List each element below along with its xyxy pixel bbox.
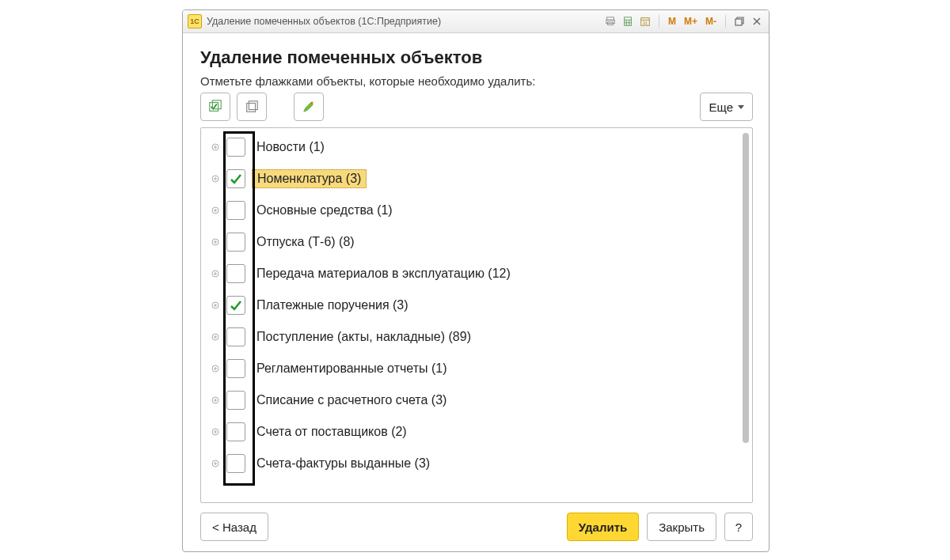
item-checkbox[interactable] (226, 422, 245, 441)
item-label: Основные средства (1) (252, 202, 397, 219)
scroll-thumb[interactable] (743, 133, 749, 443)
item-checkbox[interactable] (226, 454, 245, 473)
calculator-icon[interactable] (621, 14, 635, 28)
expand-icon[interactable] (211, 332, 220, 342)
back-button[interactable]: < Назад (200, 513, 268, 541)
svg-rect-3 (625, 17, 632, 26)
memory-mplus-button[interactable]: M+ (682, 14, 700, 28)
chevron-down-icon (738, 105, 744, 109)
scrollbar[interactable] (743, 133, 749, 498)
item-checkbox[interactable] (226, 233, 245, 252)
expand-icon[interactable] (211, 395, 220, 405)
svg-rect-11 (735, 19, 742, 25)
more-button-label: Еще (709, 100, 733, 114)
uncheck-all-button[interactable] (237, 93, 267, 121)
titlebar: 1C Удаление помеченных объектов (1С:Пред… (183, 10, 769, 33)
page-title: Удаление помеченных объектов (200, 47, 753, 68)
list-item[interactable]: Счета-фактуры выданные (3) (206, 448, 738, 479)
item-label: Новости (1) (252, 138, 329, 156)
more-button[interactable]: Еще (700, 93, 753, 121)
window-close-icon[interactable] (750, 14, 764, 28)
window-title: Удаление помеченных объектов (1С:Предпри… (207, 16, 441, 27)
memory-m-button[interactable]: M (666, 14, 678, 28)
toolbar: Еще (200, 93, 753, 121)
expand-icon[interactable] (211, 427, 220, 437)
item-checkbox[interactable] (226, 296, 245, 315)
help-button[interactable]: ? (724, 513, 753, 541)
expand-icon[interactable] (211, 459, 220, 468)
item-checkbox[interactable] (226, 264, 245, 283)
item-label: Поступление (акты, накладные) (89) (252, 328, 476, 346)
list-item[interactable]: Регламентированные отчеты (1) (206, 353, 738, 384)
check-all-button[interactable] (200, 93, 230, 121)
expand-icon[interactable] (211, 174, 220, 184)
item-label: Списание с расчетного счета (3) (252, 392, 451, 409)
expand-icon[interactable] (211, 206, 220, 215)
list-item[interactable]: Номенклатура (3) (206, 163, 738, 195)
item-checkbox[interactable] (226, 327, 245, 346)
delete-button[interactable]: Удалить (567, 513, 640, 541)
dialog-window: 1C Удаление помеченных объектов (1С:Пред… (182, 9, 770, 552)
list-item[interactable]: Основные средства (1) (206, 195, 738, 226)
expand-icon[interactable] (211, 269, 220, 278)
svg-text:31: 31 (643, 21, 648, 25)
list-item[interactable]: Новости (1) (206, 131, 738, 163)
calendar-icon[interactable]: 31 (638, 14, 652, 28)
item-checkbox[interactable] (226, 138, 245, 157)
print-icon[interactable] (603, 14, 618, 28)
memory-mminus-button[interactable]: M- (703, 14, 719, 28)
hint-text: Отметьте флажками объекты, которые необх… (200, 74, 753, 88)
item-label: Номенклатура (3) (252, 169, 367, 188)
app-logo-icon: 1C (188, 14, 202, 28)
list-item[interactable]: Списание с расчетного счета (3) (206, 384, 738, 416)
item-label: Счета от поставщиков (2) (252, 423, 412, 441)
expand-icon[interactable] (211, 364, 220, 373)
expand-icon[interactable] (211, 237, 220, 247)
close-button[interactable]: Закрыть (647, 513, 716, 541)
svg-rect-0 (607, 17, 614, 21)
object-list: Новости (1)Номенклатура (3)Основные сред… (200, 127, 753, 503)
item-label: Счета-фактуры выданные (3) (252, 455, 435, 472)
window-restore-icon[interactable] (732, 14, 747, 28)
footer: < Назад Удалить Закрыть ? (200, 503, 753, 541)
list-item[interactable]: Поступление (акты, накладные) (89) (206, 321, 738, 353)
expand-icon[interactable] (211, 142, 220, 152)
list-item[interactable]: Отпуска (Т-6) (8) (206, 226, 738, 258)
item-checkbox[interactable] (226, 169, 245, 188)
list-item[interactable]: Передача материалов в эксплуатацию (12) (206, 258, 738, 289)
svg-rect-16 (247, 104, 256, 112)
item-checkbox[interactable] (226, 201, 245, 220)
list-item[interactable]: Счета от поставщиков (2) (206, 416, 738, 448)
expand-icon[interactable] (211, 301, 220, 310)
item-label: Отпуска (Т-6) (8) (252, 233, 359, 251)
item-label: Передача материалов в эксплуатацию (12) (252, 265, 515, 282)
item-checkbox[interactable] (226, 391, 245, 410)
item-label: Регламентированные отчеты (1) (252, 360, 452, 377)
edit-button[interactable] (294, 93, 324, 121)
item-label: Платежные поручения (3) (252, 297, 413, 314)
list-item[interactable]: Платежные поручения (3) (206, 289, 738, 321)
item-checkbox[interactable] (226, 359, 245, 378)
